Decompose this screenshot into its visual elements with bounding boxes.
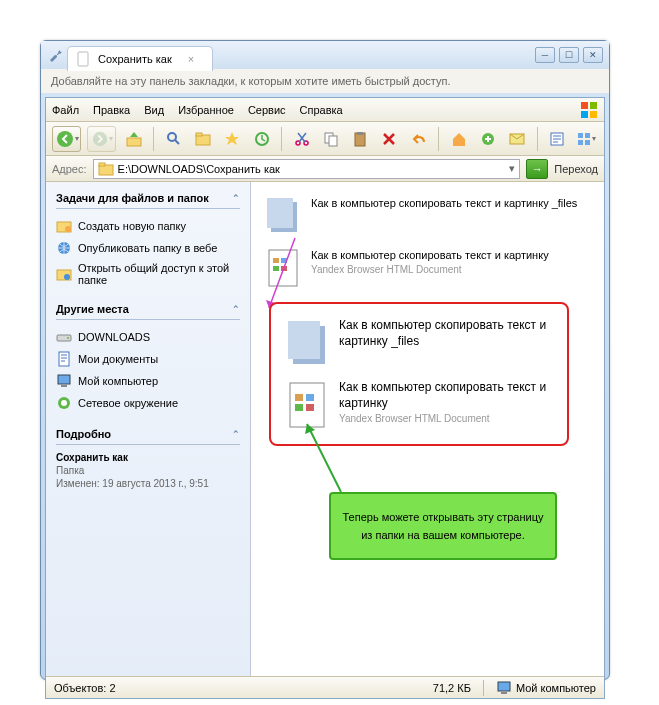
- tasks-header[interactable]: Задачи для файлов и папок⌃: [56, 192, 240, 209]
- task-create-folder[interactable]: Создать новую папку: [56, 215, 240, 237]
- svg-rect-55: [498, 682, 510, 691]
- svg-rect-24: [585, 140, 590, 145]
- network-icon: [56, 395, 72, 411]
- status-location: Мой компьютер: [516, 682, 596, 694]
- paste-button[interactable]: [348, 127, 371, 151]
- status-objects: Объектов: 2: [54, 682, 116, 694]
- windows-flag-icon: [580, 101, 598, 119]
- address-bar: Адрес: ▾ → Переход: [46, 156, 604, 182]
- svg-rect-56: [501, 692, 507, 694]
- chevron-up-icon: ⌃: [232, 429, 240, 439]
- svg-rect-3: [581, 111, 588, 118]
- address-input-wrapper[interactable]: ▾: [93, 159, 521, 179]
- tab-close-icon[interactable]: ×: [188, 53, 194, 65]
- back-button[interactable]: ▾: [52, 126, 81, 152]
- titlebar: Сохранить как × ─ ☐ ✕: [41, 41, 609, 69]
- svg-rect-34: [59, 352, 69, 366]
- other-places-header[interactable]: Другие места⌃: [56, 303, 240, 320]
- browser-tab[interactable]: Сохранить как ×: [67, 46, 213, 71]
- svg-point-33: [67, 337, 69, 339]
- svg-rect-40: [267, 198, 293, 228]
- item-type: Yandex Browser HTML Document: [339, 413, 553, 424]
- folders-button[interactable]: [192, 127, 215, 151]
- up-button[interactable]: [122, 127, 145, 151]
- svg-rect-50: [295, 394, 303, 401]
- menu-fav[interactable]: Избранное: [178, 104, 234, 116]
- menu-tools[interactable]: Сервис: [248, 104, 286, 116]
- details-type: Папка: [56, 464, 240, 477]
- list-item[interactable]: Как в компьютер скопировать текст и карт…: [279, 312, 559, 374]
- address-dropdown-icon[interactable]: ▾: [509, 162, 515, 175]
- svg-rect-2: [590, 102, 597, 109]
- menu-file[interactable]: Файл: [52, 104, 79, 116]
- folder-icon: [98, 161, 114, 177]
- svg-rect-36: [61, 385, 67, 387]
- list-item[interactable]: Как в компьютер скопировать текст и карт…: [279, 374, 559, 436]
- item-name: Как в компьютер скопировать текст и карт…: [339, 380, 553, 411]
- svg-rect-43: [281, 258, 287, 263]
- svg-rect-23: [578, 140, 583, 145]
- item-name: Как в компьютер скопировать текст и карт…: [311, 196, 577, 210]
- task-publish-web[interactable]: Опубликовать папку в вебе: [56, 237, 240, 259]
- item-type: Yandex Browser HTML Document: [311, 264, 549, 275]
- delete-button[interactable]: [378, 127, 401, 151]
- close-button[interactable]: ✕: [583, 47, 603, 63]
- copy-button[interactable]: [319, 127, 342, 151]
- address-input[interactable]: [118, 163, 506, 175]
- place-my-computer[interactable]: Мой компьютер: [56, 370, 240, 392]
- svg-point-8: [168, 133, 176, 141]
- toolbar: ▾ ▾ ▾: [46, 122, 604, 156]
- svg-point-38: [61, 400, 67, 406]
- docs-icon: [56, 351, 72, 367]
- maximize-button[interactable]: ☐: [559, 47, 579, 63]
- share-icon: [56, 266, 72, 282]
- go-label: Переход: [554, 163, 598, 175]
- svg-point-28: [65, 226, 71, 232]
- svg-rect-44: [273, 266, 279, 271]
- svg-rect-22: [585, 133, 590, 138]
- html-doc-icon: [265, 248, 301, 288]
- wrench-icon: [47, 47, 63, 63]
- go-button[interactable]: →: [526, 159, 548, 179]
- item-name: Как в компьютер скопировать текст и карт…: [311, 248, 549, 262]
- details-modified: Изменен: 19 августа 2013 г., 9:51: [56, 477, 240, 490]
- favorites-button[interactable]: [221, 127, 244, 151]
- menu-view[interactable]: Вид: [144, 104, 164, 116]
- favorites-add-button[interactable]: [476, 127, 499, 151]
- list-item[interactable]: Как в компьютер скопировать текст и карт…: [259, 242, 596, 294]
- mail-button[interactable]: [505, 127, 528, 151]
- place-downloads[interactable]: DOWNLOADS: [56, 326, 240, 348]
- minimize-button[interactable]: ─: [535, 47, 555, 63]
- item-name: Как в компьютер скопировать текст и карт…: [339, 318, 553, 349]
- search-button[interactable]: [162, 127, 185, 151]
- svg-rect-17: [357, 132, 363, 135]
- annotation-note: Теперь можете открывать эту страницу из …: [329, 492, 557, 560]
- list-item[interactable]: Как в компьютер скопировать текст и карт…: [259, 190, 596, 242]
- tab-title: Сохранить как: [98, 53, 172, 65]
- svg-rect-26: [99, 163, 105, 166]
- details-header[interactable]: Подробно⌃: [56, 428, 240, 445]
- views-button[interactable]: ▾: [575, 127, 598, 151]
- forward-button[interactable]: ▾: [87, 126, 116, 152]
- status-bar: Объектов: 2 71,2 КБ Мой компьютер: [46, 676, 604, 698]
- file-list: Как в компьютер скопировать текст и карт…: [251, 182, 604, 676]
- home-button[interactable]: [447, 127, 470, 151]
- history-button[interactable]: [250, 127, 273, 151]
- place-my-documents[interactable]: Мои документы: [56, 348, 240, 370]
- svg-rect-42: [273, 258, 279, 263]
- task-share-folder[interactable]: Открыть общий доступ к этой папке: [56, 259, 240, 289]
- tasks-pane: Задачи для файлов и папок⌃ Создать новую…: [56, 192, 240, 289]
- menu-help[interactable]: Справка: [300, 104, 343, 116]
- properties-button[interactable]: [546, 127, 569, 151]
- place-network[interactable]: Сетевое окружение: [56, 392, 240, 414]
- menu-edit[interactable]: Правка: [93, 104, 130, 116]
- explorer-window: Файл Правка Вид Избранное Сервис Справка…: [45, 97, 605, 699]
- svg-rect-48: [288, 321, 320, 359]
- svg-rect-10: [196, 133, 202, 136]
- cut-button[interactable]: [290, 127, 313, 151]
- window-controls: ─ ☐ ✕: [535, 47, 603, 63]
- globe-icon: [56, 240, 72, 256]
- other-places-pane: Другие места⌃ DOWNLOADS Мои документы Мо…: [56, 303, 240, 414]
- svg-rect-7: [127, 138, 141, 146]
- undo-button[interactable]: [407, 127, 430, 151]
